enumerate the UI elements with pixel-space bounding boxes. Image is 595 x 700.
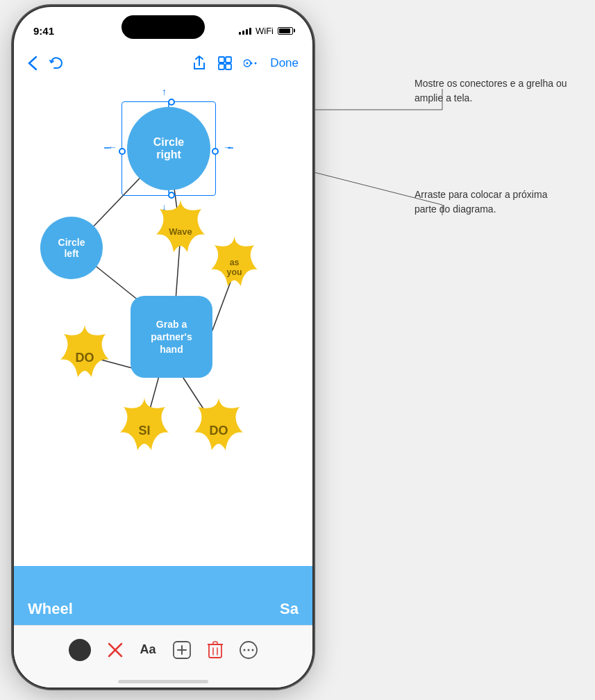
battery-icon <box>278 27 293 35</box>
svg-point-4 <box>246 62 249 65</box>
svg-point-37 <box>247 649 249 651</box>
shape-circle-button[interactable] <box>69 639 91 661</box>
handle-right[interactable] <box>212 148 219 155</box>
svg-rect-31 <box>209 644 221 658</box>
toolbar-right: Done <box>192 56 299 71</box>
arrow-up[interactable]: ↑ <box>162 86 167 97</box>
more-button[interactable] <box>244 56 259 71</box>
svg-point-6 <box>255 62 257 65</box>
main-toolbar: Done <box>14 44 312 82</box>
asyou-star-svg: as you <box>201 233 267 299</box>
delete-icon <box>208 641 223 659</box>
text-button[interactable]: Aa <box>140 642 156 657</box>
annotation-2: Arraste para colocar a próxima parte do … <box>414 188 567 217</box>
svg-text:as: as <box>230 258 240 267</box>
svg-text:Wave: Wave <box>169 226 192 237</box>
grid-button[interactable] <box>217 56 233 71</box>
more-bottom-button[interactable] <box>240 641 258 659</box>
add-icon <box>173 641 191 659</box>
svg-text:you: you <box>227 267 242 277</box>
asyou-container[interactable]: as you <box>201 233 267 302</box>
do-left-container[interactable]: DO <box>50 322 119 394</box>
status-icons: WiFi <box>239 26 293 36</box>
circle-left-shape[interactable]: Circleleft <box>40 217 103 279</box>
circle-right-label: Circleright <box>153 136 184 161</box>
svg-text:DO: DO <box>210 424 228 438</box>
handle-top[interactable] <box>168 99 175 106</box>
add-button[interactable] <box>173 641 191 659</box>
water-text2: Sa <box>280 600 299 618</box>
svg-text:SI: SI <box>138 424 150 438</box>
si-star-svg: SI <box>110 394 179 464</box>
wifi-icon: WiFi <box>255 26 274 36</box>
dynamic-island <box>121 15 205 39</box>
annotation-1: Mostre os conectores e a grelha ou ampli… <box>414 76 567 106</box>
svg-rect-0 <box>219 57 224 62</box>
share-button[interactable] <box>192 56 206 71</box>
svg-rect-3 <box>226 64 231 69</box>
do-right-container[interactable]: DO <box>184 394 253 467</box>
back-button[interactable] <box>28 56 37 71</box>
circle-icon <box>69 639 91 661</box>
signal-icon <box>239 26 251 35</box>
status-time: 9:41 <box>33 25 54 37</box>
circle-left-label: Circleleft <box>58 237 85 259</box>
do-right-star-svg: DO <box>184 394 253 464</box>
handle-left[interactable] <box>119 148 126 155</box>
water-text1: Wheel <box>28 600 73 618</box>
delete-button[interactable] <box>208 641 223 659</box>
circle-right-container: ↑ ↓ ← → Circleright <box>127 107 210 190</box>
undo-button[interactable] <box>49 56 64 71</box>
more-bottom-icon <box>240 641 258 659</box>
phone-frame: 9:41 WiFi <box>14 7 312 688</box>
si-container[interactable]: SI <box>110 394 179 467</box>
text-icon: Aa <box>140 642 156 657</box>
home-indicator <box>118 680 208 683</box>
grab-label: Grab apartner'shand <box>151 318 192 356</box>
diagram: ↑ ↓ ← → Circleright Circleleft Wave <box>14 82 312 625</box>
pen-button[interactable] <box>108 642 123 658</box>
svg-rect-2 <box>219 64 224 69</box>
pen-icon <box>108 642 123 658</box>
svg-point-36 <box>243 649 245 651</box>
done-button[interactable]: Done <box>270 56 299 70</box>
annotation-2-text: Arraste para colocar a próxima parte do … <box>414 188 567 217</box>
do-left-star-svg: DO <box>50 322 119 391</box>
water-area: Wheel Sa <box>14 566 312 625</box>
arrow-right[interactable]: → <box>223 142 233 153</box>
grab-shape[interactable]: Grab apartner'shand <box>131 296 212 378</box>
toolbar-left <box>28 56 64 71</box>
circle-right-shape[interactable]: Circleright <box>127 107 210 190</box>
annotation-1-text: Mostre os conectores e a grelha ou ampli… <box>414 76 567 106</box>
bottom-toolbar: Aa <box>14 625 312 688</box>
svg-text:DO: DO <box>76 351 94 365</box>
arrow-left[interactable]: ← <box>108 142 117 153</box>
canvas-area[interactable]: ↑ ↓ ← → Circleright Circleleft Wave <box>14 82 312 625</box>
svg-rect-1 <box>226 57 231 62</box>
svg-point-38 <box>251 649 253 651</box>
